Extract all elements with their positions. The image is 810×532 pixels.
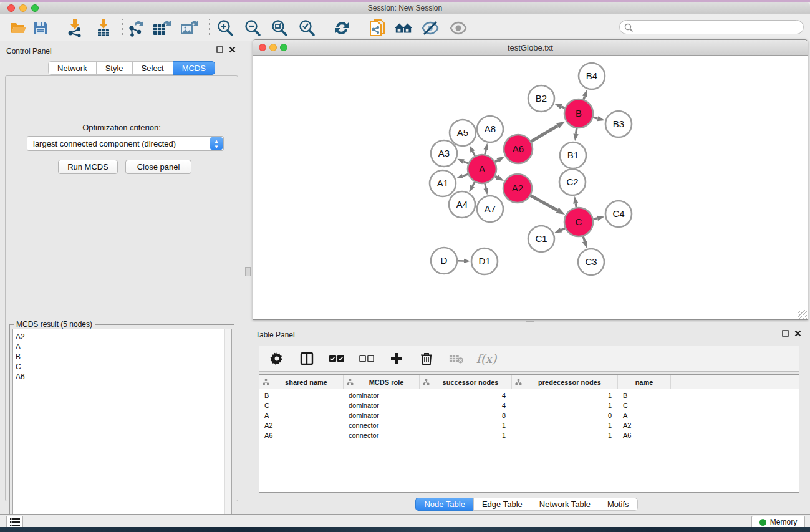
edge-A-A5[interactable]: [473, 152, 475, 156]
mcds-result-item[interactable]: C: [13, 362, 231, 372]
column-header-shared-name[interactable]: shared name: [259, 375, 344, 389]
table-cell[interactable]: C: [618, 400, 671, 410]
network-node-C4[interactable]: C4: [605, 201, 632, 227]
tab-mcds[interactable]: MCDS: [173, 61, 215, 75]
close-panel-button[interactable]: Close panel: [125, 160, 191, 174]
column-header-successor-nodes[interactable]: successor nodes: [420, 375, 512, 389]
network-node-B4[interactable]: B4: [579, 63, 605, 89]
vertical-splitter-handle[interactable]: [245, 267, 251, 276]
network-node-A3[interactable]: A3: [431, 140, 457, 167]
zoom-out-icon[interactable]: [243, 19, 262, 37]
export-network-icon[interactable]: [127, 19, 145, 37]
memory-button[interactable]: Memory: [751, 516, 805, 528]
search-input[interactable]: [636, 22, 798, 32]
network-node-C3[interactable]: C3: [578, 249, 604, 275]
edge-C-C1[interactable]: [561, 228, 566, 230]
edge-C-C3[interactable]: [583, 236, 585, 241]
network-node-A4[interactable]: A4: [449, 191, 475, 218]
table-cell[interactable]: A2: [259, 420, 344, 430]
refresh-view-icon[interactable]: [332, 19, 351, 37]
task-history-button[interactable]: [6, 516, 23, 528]
network-window-titlebar[interactable]: testGlobe.txt: [253, 40, 808, 56]
network-node-A5[interactable]: A5: [450, 120, 476, 146]
add-column-icon[interactable]: [389, 351, 404, 366]
table-cell[interactable]: dominator: [344, 400, 420, 410]
float-table-panel-icon[interactable]: [782, 330, 789, 339]
table-cell[interactable]: 1: [512, 430, 618, 440]
network-graph-canvas[interactable]: B4B2BB3A5A8A6B1A3AA1C2A2A4A7C4CC1C3DD1: [254, 56, 808, 319]
network-node-C2[interactable]: C2: [559, 169, 586, 195]
edge-B-B1[interactable]: [576, 128, 577, 134]
table-cell[interactable]: A2: [618, 420, 671, 430]
edge-A6-B[interactable]: [531, 126, 558, 142]
zoom-in-icon[interactable]: [216, 19, 234, 37]
tab-network[interactable]: Network: [48, 61, 96, 75]
table-cell[interactable]: 4: [420, 400, 512, 410]
edge-A-A1[interactable]: [463, 174, 468, 176]
edge-A-A3[interactable]: [463, 162, 468, 163]
import-table-icon[interactable]: [94, 19, 113, 37]
network-node-B1[interactable]: B1: [560, 142, 586, 168]
table-cell[interactable]: 1: [420, 420, 512, 430]
table-row[interactable]: Cdominator41C: [259, 400, 799, 410]
network-node-B3[interactable]: B3: [605, 111, 632, 137]
edge-C-C4[interactable]: [594, 218, 598, 219]
edge-C-C2[interactable]: [576, 203, 576, 207]
home-network-icon[interactable]: [394, 19, 413, 37]
open-network-file-icon[interactable]: [368, 19, 387, 37]
network-node-A1[interactable]: A1: [430, 170, 456, 196]
network-node-C[interactable]: C: [564, 208, 593, 236]
network-node-A[interactable]: A: [468, 155, 496, 183]
tab-node-table[interactable]: Node Table: [415, 498, 473, 511]
network-node-D[interactable]: D: [431, 248, 457, 274]
table-cell[interactable]: 8: [420, 410, 512, 420]
mcds-result-list[interactable]: A2ABCA6: [12, 329, 232, 532]
edge-B-B2[interactable]: [561, 107, 565, 108]
edge-A-A4[interactable]: [473, 182, 475, 186]
table-cell[interactable]: 0: [512, 410, 618, 420]
mcds-result-item[interactable]: B: [13, 352, 231, 362]
close-panel-icon[interactable]: [229, 46, 236, 55]
edge-A-A7[interactable]: [485, 184, 486, 188]
tab-network-table[interactable]: Network Table: [531, 498, 599, 511]
table-cell[interactable]: dominator: [344, 410, 420, 420]
zoom-selected-icon[interactable]: [297, 19, 316, 37]
table-cell[interactable]: B: [259, 390, 344, 400]
edge-B-B4[interactable]: [584, 97, 585, 100]
table-cell[interactable]: connector: [344, 430, 420, 440]
tab-style[interactable]: Style: [96, 61, 132, 75]
mcds-result-item[interactable]: A6: [13, 372, 231, 382]
table-cell[interactable]: B: [618, 390, 671, 400]
table-cell[interactable]: A: [618, 410, 671, 420]
export-image-icon[interactable]: [180, 19, 199, 37]
zoom-fit-icon[interactable]: [270, 19, 289, 37]
run-mcds-button[interactable]: Run MCDS: [58, 160, 118, 174]
close-table-panel-icon[interactable]: [794, 330, 801, 339]
hide-graphics-details-icon[interactable]: [421, 19, 440, 37]
network-node-B[interactable]: B: [564, 99, 593, 128]
network-node-B2[interactable]: B2: [528, 85, 554, 112]
table-cell[interactable]: 1: [512, 420, 618, 430]
table-cell[interactable]: connector: [344, 420, 420, 430]
table-row[interactable]: A6connector11A6: [259, 430, 799, 440]
network-node-C1[interactable]: C1: [528, 226, 554, 252]
table-cell[interactable]: 1: [420, 430, 512, 440]
scrollbar-track[interactable]: [224, 329, 231, 531]
edge-A-A8[interactable]: [485, 150, 486, 154]
column-header-name[interactable]: name: [618, 375, 671, 389]
tab-select[interactable]: Select: [132, 61, 173, 75]
delete-table-icon[interactable]: [449, 351, 464, 366]
table-cell[interactable]: C: [259, 400, 344, 410]
network-node-A7[interactable]: A7: [477, 196, 503, 222]
table-cell[interactable]: 1: [512, 400, 618, 410]
delete-column-icon[interactable]: [419, 351, 434, 366]
table-cell[interactable]: A: [259, 410, 344, 420]
table-row[interactable]: A2connector11A2: [259, 420, 799, 430]
function-builder-icon[interactable]: f(x): [479, 351, 494, 366]
network-node-A2[interactable]: A2: [503, 174, 532, 203]
table-row[interactable]: Bdominator41B: [259, 390, 799, 400]
open-file-icon[interactable]: [9, 19, 28, 37]
network-node-A8[interactable]: A8: [477, 116, 503, 142]
table-cell[interactable]: 1: [512, 390, 618, 400]
network-node-A6[interactable]: A6: [504, 135, 533, 163]
